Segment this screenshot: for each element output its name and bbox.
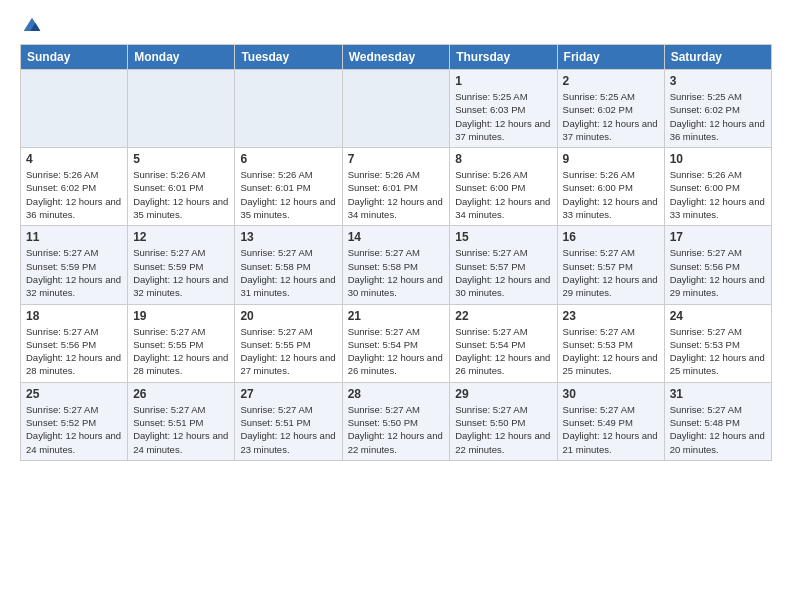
day-number: 12 [133,230,229,244]
day-info: Sunrise: 5:27 AM Sunset: 5:51 PM Dayligh… [133,403,229,456]
day-number: 27 [240,387,336,401]
day-number: 5 [133,152,229,166]
day-number: 14 [348,230,445,244]
calendar-cell: 20Sunrise: 5:27 AM Sunset: 5:55 PM Dayli… [235,304,342,382]
calendar-cell: 19Sunrise: 5:27 AM Sunset: 5:55 PM Dayli… [128,304,235,382]
day-number: 19 [133,309,229,323]
calendar-cell [21,70,128,148]
calendar-week-row: 1Sunrise: 5:25 AM Sunset: 6:03 PM Daylig… [21,70,772,148]
calendar-cell: 5Sunrise: 5:26 AM Sunset: 6:01 PM Daylig… [128,148,235,226]
day-number: 8 [455,152,551,166]
calendar-header-row: SundayMondayTuesdayWednesdayThursdayFrid… [21,45,772,70]
logo [20,16,42,36]
day-number: 6 [240,152,336,166]
day-number: 26 [133,387,229,401]
day-number: 20 [240,309,336,323]
day-number: 2 [563,74,659,88]
day-header-saturday: Saturday [664,45,771,70]
day-header-monday: Monday [128,45,235,70]
day-info: Sunrise: 5:27 AM Sunset: 5:55 PM Dayligh… [240,325,336,378]
calendar-cell: 31Sunrise: 5:27 AM Sunset: 5:48 PM Dayli… [664,382,771,460]
day-info: Sunrise: 5:27 AM Sunset: 5:48 PM Dayligh… [670,403,766,456]
calendar-cell: 3Sunrise: 5:25 AM Sunset: 6:02 PM Daylig… [664,70,771,148]
day-number: 11 [26,230,122,244]
calendar-cell: 27Sunrise: 5:27 AM Sunset: 5:51 PM Dayli… [235,382,342,460]
day-number: 15 [455,230,551,244]
day-info: Sunrise: 5:25 AM Sunset: 6:02 PM Dayligh… [670,90,766,143]
calendar-cell: 8Sunrise: 5:26 AM Sunset: 6:00 PM Daylig… [450,148,557,226]
day-header-wednesday: Wednesday [342,45,450,70]
calendar-cell: 28Sunrise: 5:27 AM Sunset: 5:50 PM Dayli… [342,382,450,460]
calendar-table: SundayMondayTuesdayWednesdayThursdayFrid… [20,44,772,461]
calendar-cell: 4Sunrise: 5:26 AM Sunset: 6:02 PM Daylig… [21,148,128,226]
day-number: 29 [455,387,551,401]
calendar-cell: 22Sunrise: 5:27 AM Sunset: 5:54 PM Dayli… [450,304,557,382]
calendar-cell: 6Sunrise: 5:26 AM Sunset: 6:01 PM Daylig… [235,148,342,226]
day-info: Sunrise: 5:26 AM Sunset: 6:00 PM Dayligh… [455,168,551,221]
logo-icon [22,16,42,36]
day-header-sunday: Sunday [21,45,128,70]
day-info: Sunrise: 5:27 AM Sunset: 5:59 PM Dayligh… [26,246,122,299]
day-number: 18 [26,309,122,323]
day-number: 9 [563,152,659,166]
day-info: Sunrise: 5:27 AM Sunset: 5:56 PM Dayligh… [670,246,766,299]
day-number: 21 [348,309,445,323]
day-number: 22 [455,309,551,323]
day-info: Sunrise: 5:27 AM Sunset: 5:50 PM Dayligh… [348,403,445,456]
day-number: 13 [240,230,336,244]
day-info: Sunrise: 5:27 AM Sunset: 5:50 PM Dayligh… [455,403,551,456]
calendar-cell: 29Sunrise: 5:27 AM Sunset: 5:50 PM Dayli… [450,382,557,460]
calendar-cell: 11Sunrise: 5:27 AM Sunset: 5:59 PM Dayli… [21,226,128,304]
calendar-cell: 24Sunrise: 5:27 AM Sunset: 5:53 PM Dayli… [664,304,771,382]
day-info: Sunrise: 5:26 AM Sunset: 6:01 PM Dayligh… [240,168,336,221]
day-info: Sunrise: 5:25 AM Sunset: 6:02 PM Dayligh… [563,90,659,143]
day-info: Sunrise: 5:26 AM Sunset: 6:00 PM Dayligh… [563,168,659,221]
day-number: 3 [670,74,766,88]
calendar-cell: 18Sunrise: 5:27 AM Sunset: 5:56 PM Dayli… [21,304,128,382]
calendar-week-row: 4Sunrise: 5:26 AM Sunset: 6:02 PM Daylig… [21,148,772,226]
day-info: Sunrise: 5:25 AM Sunset: 6:03 PM Dayligh… [455,90,551,143]
calendar-cell: 10Sunrise: 5:26 AM Sunset: 6:00 PM Dayli… [664,148,771,226]
day-info: Sunrise: 5:27 AM Sunset: 5:57 PM Dayligh… [563,246,659,299]
day-info: Sunrise: 5:27 AM Sunset: 5:55 PM Dayligh… [133,325,229,378]
day-header-tuesday: Tuesday [235,45,342,70]
calendar-week-row: 11Sunrise: 5:27 AM Sunset: 5:59 PM Dayli… [21,226,772,304]
day-info: Sunrise: 5:26 AM Sunset: 6:00 PM Dayligh… [670,168,766,221]
day-info: Sunrise: 5:27 AM Sunset: 5:54 PM Dayligh… [455,325,551,378]
calendar-cell: 7Sunrise: 5:26 AM Sunset: 6:01 PM Daylig… [342,148,450,226]
day-number: 25 [26,387,122,401]
calendar-cell: 30Sunrise: 5:27 AM Sunset: 5:49 PM Dayli… [557,382,664,460]
day-info: Sunrise: 5:27 AM Sunset: 5:57 PM Dayligh… [455,246,551,299]
day-info: Sunrise: 5:27 AM Sunset: 5:51 PM Dayligh… [240,403,336,456]
calendar-cell: 16Sunrise: 5:27 AM Sunset: 5:57 PM Dayli… [557,226,664,304]
calendar-cell: 21Sunrise: 5:27 AM Sunset: 5:54 PM Dayli… [342,304,450,382]
calendar-cell: 25Sunrise: 5:27 AM Sunset: 5:52 PM Dayli… [21,382,128,460]
day-info: Sunrise: 5:27 AM Sunset: 5:53 PM Dayligh… [670,325,766,378]
calendar-week-row: 18Sunrise: 5:27 AM Sunset: 5:56 PM Dayli… [21,304,772,382]
day-number: 4 [26,152,122,166]
calendar-cell: 14Sunrise: 5:27 AM Sunset: 5:58 PM Dayli… [342,226,450,304]
calendar-week-row: 25Sunrise: 5:27 AM Sunset: 5:52 PM Dayli… [21,382,772,460]
day-info: Sunrise: 5:27 AM Sunset: 5:58 PM Dayligh… [240,246,336,299]
calendar-cell: 13Sunrise: 5:27 AM Sunset: 5:58 PM Dayli… [235,226,342,304]
calendar-cell: 26Sunrise: 5:27 AM Sunset: 5:51 PM Dayli… [128,382,235,460]
page-header [20,16,772,36]
calendar-cell: 1Sunrise: 5:25 AM Sunset: 6:03 PM Daylig… [450,70,557,148]
day-info: Sunrise: 5:27 AM Sunset: 5:59 PM Dayligh… [133,246,229,299]
calendar-cell [235,70,342,148]
calendar-cell: 15Sunrise: 5:27 AM Sunset: 5:57 PM Dayli… [450,226,557,304]
day-number: 1 [455,74,551,88]
day-header-thursday: Thursday [450,45,557,70]
day-info: Sunrise: 5:27 AM Sunset: 5:49 PM Dayligh… [563,403,659,456]
calendar-cell [342,70,450,148]
calendar-cell: 12Sunrise: 5:27 AM Sunset: 5:59 PM Dayli… [128,226,235,304]
day-number: 23 [563,309,659,323]
calendar-cell: 2Sunrise: 5:25 AM Sunset: 6:02 PM Daylig… [557,70,664,148]
calendar-cell: 23Sunrise: 5:27 AM Sunset: 5:53 PM Dayli… [557,304,664,382]
day-number: 10 [670,152,766,166]
day-info: Sunrise: 5:27 AM Sunset: 5:54 PM Dayligh… [348,325,445,378]
day-number: 16 [563,230,659,244]
calendar-cell: 17Sunrise: 5:27 AM Sunset: 5:56 PM Dayli… [664,226,771,304]
day-info: Sunrise: 5:27 AM Sunset: 5:53 PM Dayligh… [563,325,659,378]
day-number: 31 [670,387,766,401]
